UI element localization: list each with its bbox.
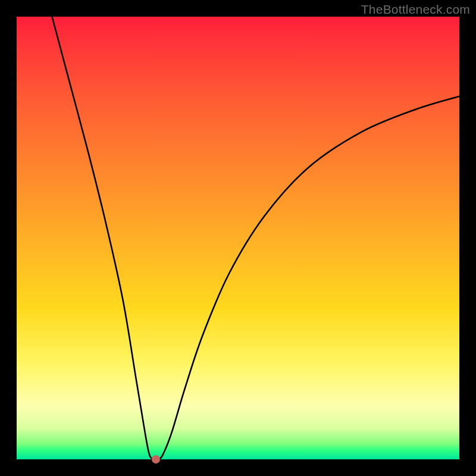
plot-area [17,17,459,459]
watermark-text: TheBottleneck.com [361,2,470,17]
minimum-marker [152,455,160,464]
curve-layer [17,17,459,459]
bottleneck-curve-path [52,17,459,459]
chart-frame: TheBottleneck.com [0,0,476,476]
